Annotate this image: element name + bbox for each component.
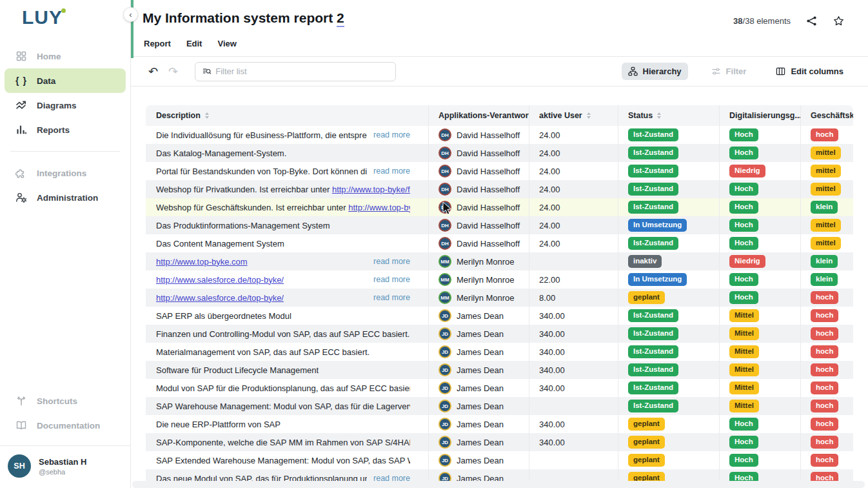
read-more-link[interactable]: read more bbox=[373, 293, 410, 302]
column-header-gesch-ftskritik[interactable]: Geschäftskritik bbox=[800, 105, 853, 126]
status-badge: Ist-Zustand bbox=[628, 183, 678, 196]
sidebar-item-home[interactable]: Home bbox=[5, 44, 126, 68]
digitalisierungsgrad-badge: Mittel bbox=[729, 363, 759, 376]
description-link[interactable]: http://www.top-byke/business/ bbox=[348, 203, 410, 212]
owner-name: David Hasselhoff bbox=[457, 167, 520, 176]
read-more-link[interactable]: read more bbox=[373, 275, 410, 284]
description-link[interactable]: http://www.top-byke/for-you/ bbox=[332, 185, 410, 194]
status-badge: Ist-Zustand bbox=[628, 147, 678, 159]
table-row[interactable]: Materialmanagement von SAP, das auf SAP … bbox=[146, 343, 853, 361]
table-row[interactable]: Das Katalog-Management-System.DHDavid Ha… bbox=[146, 144, 853, 162]
owner-name: James Dean bbox=[457, 329, 504, 339]
hierarchy-button[interactable]: Hierarchy bbox=[622, 63, 688, 80]
digitalisierungsgrad-badge: Hoch bbox=[729, 237, 758, 250]
sidebar-item-diagrams[interactable]: Diagrams bbox=[5, 93, 126, 117]
sort-icon[interactable] bbox=[205, 112, 209, 119]
table-row[interactable]: Software für Product Lifecycle Managemen… bbox=[146, 361, 853, 379]
status-badge: Ist-Zustand bbox=[628, 345, 678, 358]
column-header-applikations-verantwort-[interactable]: Applikations-Verantwort... bbox=[428, 105, 529, 126]
status-badge: Ist-Zustand bbox=[628, 201, 678, 214]
sidebar-item-integrations[interactable]: Integrations bbox=[5, 161, 126, 185]
sidebar-item-reports[interactable]: Reports bbox=[5, 117, 126, 142]
geschaeftskritikalitaet-cell: mittel bbox=[800, 216, 853, 234]
table-row[interactable]: SAP-Komponente, welche die SAP MM im Rah… bbox=[146, 433, 853, 451]
sidebar-item-documentation[interactable]: Documentation bbox=[5, 413, 126, 438]
owner-cell: JDJames Dean bbox=[428, 361, 529, 379]
geschaeftskritikalitaet-cell: hoch bbox=[800, 307, 853, 325]
table-row[interactable]: SAP Warehouse Management: Modul von SAP,… bbox=[146, 397, 853, 415]
redo-icon[interactable]: ↷ bbox=[168, 66, 178, 77]
digitalisierungsgrad-badge: Hoch bbox=[729, 128, 758, 141]
table-row[interactable]: Webshop für Geschäftskunden. Ist erreich… bbox=[146, 198, 853, 216]
edit-columns-button[interactable]: Edit columns bbox=[769, 63, 850, 80]
geschaeftskritikalitaet-badge: mittel bbox=[811, 147, 841, 159]
sidebar-item-shortcuts[interactable]: Shortcuts bbox=[5, 389, 126, 413]
sidebar-item-label: Diagrams bbox=[37, 101, 77, 110]
status-badge: In Umsetzung bbox=[628, 219, 687, 232]
table-row[interactable]: Das Content Management SystemDHDavid Has… bbox=[146, 234, 853, 252]
share-button[interactable] bbox=[805, 14, 818, 27]
table-row[interactable]: Das Produktinformations-Management Syste… bbox=[146, 216, 853, 234]
table-row[interactable]: http://www.top-byke.comread moreMMMerily… bbox=[146, 252, 853, 270]
column-header-status[interactable]: Status bbox=[618, 105, 719, 126]
digitalisierungsgrad-cell: Hoch bbox=[719, 270, 800, 289]
documentation-icon bbox=[15, 419, 28, 432]
sort-icon[interactable] bbox=[587, 112, 591, 119]
status-badge: Ist-Zustand bbox=[628, 381, 678, 394]
column-header-aktive-user[interactable]: aktive User bbox=[529, 105, 618, 126]
owner-name: Merilyn Monroe bbox=[457, 275, 515, 285]
star-icon bbox=[833, 15, 844, 26]
geschaeftskritikalitaet-cell: mittel bbox=[800, 180, 853, 198]
table-row[interactable]: http://www.salesforce.de/top-byke/read m… bbox=[146, 289, 853, 307]
geschaeftskritikalitaet-badge: mittel bbox=[811, 165, 841, 178]
sidebar-item-data[interactable]: { }Data bbox=[5, 68, 126, 93]
table-row[interactable]: SAP ERP als übergeordnetes ModulJDJames … bbox=[146, 307, 853, 325]
geschaeftskritikalitaet-badge: hoch bbox=[811, 327, 838, 340]
table-row[interactable]: SAP Extended Warehouse Management: Modul… bbox=[146, 451, 853, 469]
digitalisierungsgrad-cell: Hoch bbox=[719, 216, 800, 234]
filter-button[interactable]: Filter bbox=[705, 63, 753, 80]
description-cell: Das Produktinformations-Management Syste… bbox=[146, 216, 428, 234]
geschaeftskritikalitaet-badge: hoch bbox=[811, 309, 838, 322]
status-badge: Ist-Zustand bbox=[628, 128, 678, 141]
luy-logo[interactable]: LUY bbox=[22, 6, 70, 28]
owner-cell: JDJames Dean bbox=[428, 379, 529, 397]
sidebar-collapse-button[interactable]: ‹ bbox=[123, 7, 138, 22]
column-header-digitalisierungsg-[interactable]: Digitalisierungsg... bbox=[719, 105, 800, 126]
status-cell: Ist-Zustand bbox=[618, 234, 719, 252]
read-more-link[interactable]: read more bbox=[373, 167, 410, 176]
table-row[interactable]: Portal für Bestandskunden von Top-Byke. … bbox=[146, 162, 853, 180]
menu-report[interactable]: Report bbox=[144, 39, 171, 48]
digitalisierungsgrad-badge: Hoch bbox=[729, 147, 758, 159]
sidebar-item-administration[interactable]: Administration bbox=[5, 185, 126, 210]
status-badge: Ist-Zustand bbox=[628, 363, 678, 376]
undo-icon[interactable]: ↶ bbox=[148, 66, 158, 77]
description-link[interactable]: http://www.salesforce.de/top-byke/ bbox=[156, 293, 284, 303]
geschaeftskritikalitaet-badge: klein bbox=[811, 273, 838, 286]
filter-list-field[interactable] bbox=[195, 62, 396, 81]
home-icon bbox=[15, 50, 28, 63]
description-link[interactable]: http://www.top-byke.com bbox=[156, 257, 248, 267]
description-link[interactable]: http://www.salesforce.de/top-byke/ bbox=[156, 275, 284, 285]
table-row[interactable]: Finanzen und Controlling-Modul von SAP, … bbox=[146, 325, 853, 343]
description-text: http://www.salesforce.de/top-byke/ bbox=[156, 275, 284, 285]
favorite-button[interactable] bbox=[832, 14, 845, 27]
read-more-link[interactable]: read more bbox=[373, 130, 410, 139]
user-profile[interactable]: SH Sebastian H @sebha bbox=[0, 445, 130, 488]
menu-edit[interactable]: Edit bbox=[186, 39, 202, 48]
menu-view[interactable]: View bbox=[217, 39, 236, 48]
horizontal-scrollbar[interactable] bbox=[132, 481, 865, 488]
table-row[interactable]: Modul von SAP für die Produktionsplanung… bbox=[146, 379, 853, 397]
filter-list-input[interactable] bbox=[215, 66, 389, 76]
digitalisierungsgrad-cell: Hoch bbox=[719, 144, 800, 162]
description-text: Die neue ERP-Plattform von SAP bbox=[156, 420, 281, 429]
sort-icon[interactable] bbox=[657, 112, 661, 119]
read-more-link[interactable]: read more bbox=[373, 257, 410, 266]
diagrams-icon bbox=[15, 99, 28, 112]
column-header-description[interactable]: Description bbox=[146, 105, 428, 126]
table-row[interactable]: Die neue ERP-Plattform von SAPJDJames De… bbox=[146, 415, 853, 433]
digitalisierungsgrad-cell: Hoch bbox=[719, 451, 800, 469]
table-row[interactable]: Die Individuallösung für eBusiness-Platt… bbox=[146, 126, 853, 144]
table-row[interactable]: http://www.salesforce.de/top-byke/read m… bbox=[146, 270, 853, 289]
table-row[interactable]: Webshop für Privatkunden. Ist erreichbar… bbox=[146, 180, 853, 198]
